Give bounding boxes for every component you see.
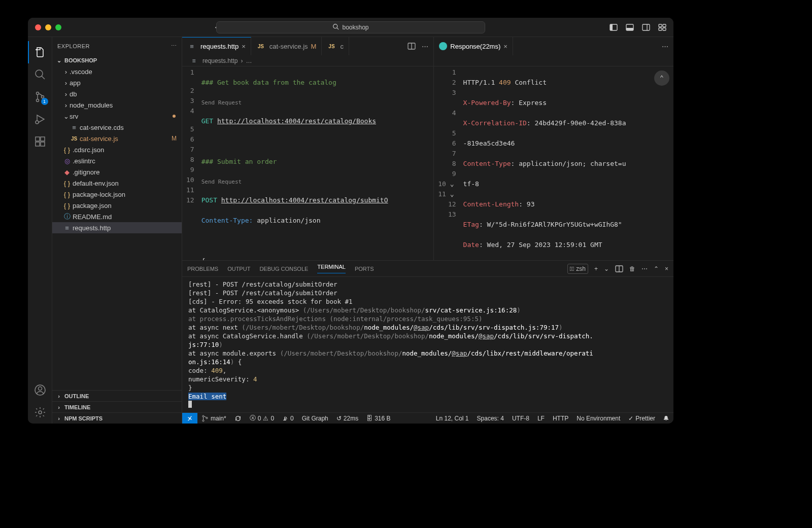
maximize-window-button[interactable]: [55, 24, 61, 30]
status-encoding[interactable]: UTF-8: [508, 415, 533, 422]
editor-content[interactable]: 1 234 56789101112 ### Get book data from…: [182, 66, 433, 260]
tree-file-cat-service-js[interactable]: JScat-service.jsM: [52, 133, 182, 144]
status-branch[interactable]: main*: [197, 415, 230, 422]
js-icon: JS: [327, 44, 336, 49]
database-icon: 🗄︎: [366, 415, 373, 422]
tree-folder-vscode[interactable]: ›.vscode: [52, 66, 182, 77]
status-size[interactable]: 🗄︎316 B: [362, 415, 394, 422]
tree-file-cdsrc[interactable]: { }.cdsrc.json: [52, 144, 182, 155]
tree-folder-app[interactable]: ›app: [52, 77, 182, 88]
split-editor-icon[interactable]: [408, 42, 416, 50]
svg-point-0: [333, 24, 337, 28]
tree-file-eslintrc[interactable]: ◎.eslintrc: [52, 155, 182, 166]
minimize-window-button[interactable]: [45, 24, 51, 30]
new-terminal-icon[interactable]: +: [594, 265, 598, 272]
status-spaces[interactable]: Spaces: 4: [473, 415, 508, 422]
terminal-shell-select[interactable]: ❯⃞zsh: [567, 264, 588, 274]
terminal-dropdown-icon[interactable]: ⌄: [604, 265, 609, 272]
json-icon: { }: [62, 180, 72, 187]
activity-run[interactable]: [28, 108, 52, 130]
tab-c-temp[interactable]: JS c: [322, 37, 349, 55]
panel-tab-debug[interactable]: DEBUG CONSOLE: [259, 266, 308, 272]
sidebar-section-outline[interactable]: ›OUTLINE: [52, 390, 182, 401]
activity-search[interactable]: [28, 63, 52, 86]
svg-point-14: [36, 92, 39, 95]
activity-source-control[interactable]: 1: [28, 86, 52, 108]
panel-tab-output[interactable]: OUTPUT: [227, 266, 250, 272]
svg-line-13: [42, 76, 45, 79]
activity-extensions[interactable]: [28, 130, 52, 153]
panel-more-icon[interactable]: ⋯: [641, 265, 648, 272]
status-sync[interactable]: [230, 415, 246, 422]
svg-rect-21: [41, 142, 45, 146]
panel-tab-problems[interactable]: PROBLEMS: [187, 266, 218, 272]
scroll-top-button[interactable]: ⌃: [654, 71, 669, 86]
split-terminal-icon[interactable]: [615, 265, 623, 273]
codelens-send-request[interactable]: Send Request: [201, 177, 430, 185]
tab-cat-service-js[interactable]: JS cat-service.js M: [251, 37, 322, 55]
panel-tab-terminal[interactable]: TERMINAL: [317, 264, 346, 273]
breadcrumb[interactable]: ≡ requests.http › …: [182, 55, 433, 66]
tab-response[interactable]: Response(22ms) ×: [434, 37, 513, 55]
tree-folder-srv[interactable]: ⌄srv: [52, 111, 182, 122]
tree-file-gitignore[interactable]: ◆.gitignore: [52, 166, 182, 178]
svg-rect-9: [663, 24, 666, 27]
panel-tabs: PROBLEMS OUTPUT DEBUG CONSOLE TERMINAL P…: [182, 261, 673, 277]
layout-right-icon[interactable]: [642, 23, 650, 31]
status-roundtrip[interactable]: ↺22ms: [332, 415, 362, 422]
activity-accounts[interactable]: [28, 379, 52, 401]
response-editor[interactable]: 123 4 5678910 ⌄11 ⌄1213 HTTP/1.1 409 Con…: [434, 66, 673, 260]
remote-button[interactable]: [182, 413, 197, 424]
code-area[interactable]: HTTP/1.1 409 Conflict X-Powered-By: Expr…: [460, 66, 673, 260]
tab-label: c: [340, 43, 344, 50]
kill-terminal-icon[interactable]: 🗑: [629, 265, 635, 272]
tree-file-package-lock[interactable]: { }package-lock.json: [52, 189, 182, 200]
activity-explorer[interactable]: [28, 41, 52, 63]
status-ports[interactable]: 📡︎0: [278, 415, 298, 422]
sidebar-section-npm[interactable]: ›NPM SCRIPTS: [52, 412, 182, 424]
tree-file-requests-http[interactable]: ≡requests.http: [52, 222, 182, 233]
tree-folder-db[interactable]: ›db: [52, 88, 182, 99]
tree-file-package[interactable]: { }package.json: [52, 200, 182, 211]
panel-tab-ports[interactable]: PORTS: [355, 266, 374, 272]
editor-group-1: ≡ requests.http × JS cat-service.js M JS…: [182, 37, 434, 260]
status-gitgraph[interactable]: Git Graph: [298, 415, 332, 422]
command-center[interactable]: bookshop: [216, 21, 485, 33]
close-window-button[interactable]: [35, 24, 41, 30]
layout-left-icon[interactable]: [610, 23, 618, 31]
close-icon[interactable]: ×: [242, 43, 246, 50]
sidebar-more-icon[interactable]: ⋯: [171, 43, 177, 49]
activity-settings[interactable]: [28, 401, 52, 424]
file-icon: ≡: [62, 224, 72, 232]
status-notifications[interactable]: 🔔︎: [659, 415, 673, 422]
status-prettier[interactable]: ✓Prettier: [624, 415, 659, 422]
tab-more-icon[interactable]: ⋯: [662, 43, 668, 50]
tabs: Response(22ms) × ⋯: [434, 37, 673, 55]
svg-rect-5: [626, 28, 633, 30]
close-icon[interactable]: ×: [503, 43, 507, 50]
file-icon: ≡: [189, 57, 198, 64]
tab-requests-http[interactable]: ≡ requests.http ×: [182, 37, 251, 55]
svg-point-30: [202, 415, 204, 417]
sidebar-folder-header[interactable]: ⌄ BOOKSHOP: [52, 55, 182, 66]
tree-file-cat-service-cds[interactable]: ≡cat-service.cds: [52, 122, 182, 133]
status-environment[interactable]: No Environment: [572, 415, 624, 422]
eslint-icon: ◎: [62, 157, 72, 165]
tab-more-icon[interactable]: ⋯: [422, 43, 428, 50]
codelens-send-request[interactable]: Send Request: [201, 98, 430, 106]
status-problems[interactable]: ⓧ0 ⚠0: [246, 414, 278, 423]
layout-bottom-icon[interactable]: [626, 23, 634, 31]
code-area[interactable]: ### Get book data from the catalog Send …: [198, 66, 434, 260]
tree-folder-node-modules[interactable]: ›node_modules: [52, 99, 182, 111]
sidebar-section-timeline[interactable]: ›TIMELINE: [52, 401, 182, 412]
tree-file-readme[interactable]: ⓘREADME.md: [52, 211, 182, 222]
terminal[interactable]: [rest] - POST /rest/catalog/submitOrder …: [182, 277, 673, 412]
status-lncol[interactable]: Ln 12, Col 1: [432, 415, 473, 422]
status-eol[interactable]: LF: [533, 415, 549, 422]
close-panel-icon[interactable]: ×: [665, 265, 668, 272]
tree-file-default-env[interactable]: { }default-env.json: [52, 178, 182, 189]
status-language[interactable]: HTTP: [549, 415, 572, 422]
maximize-panel-icon[interactable]: ⌃: [654, 265, 659, 272]
tab-label: Response(22ms): [450, 43, 500, 50]
layout-customize-icon[interactable]: [658, 23, 666, 31]
